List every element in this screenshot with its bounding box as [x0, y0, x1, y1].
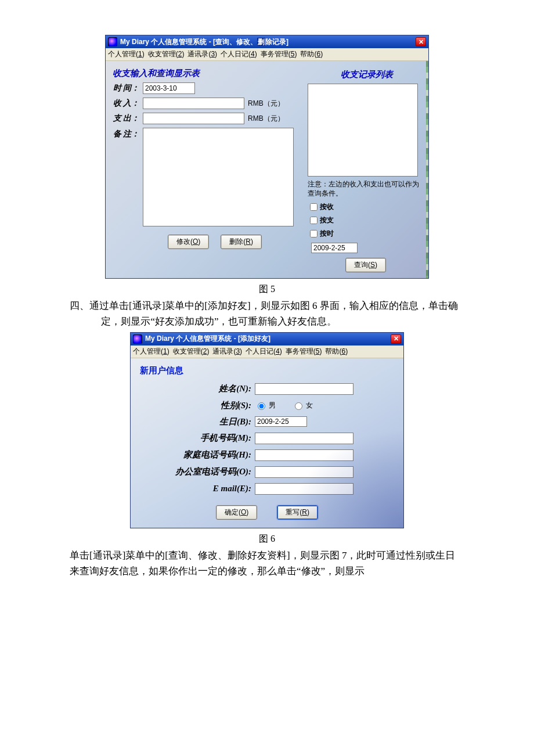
check-by-expense[interactable]: 按支 — [308, 215, 424, 226]
window-title: My Diary 个人信息管理系统 - [查询、修改、删除记录] — [120, 37, 416, 47]
label-home-phone: 家庭电话号码(H): — [139, 449, 255, 460]
section-title-right: 收支记录列表 — [310, 69, 424, 80]
mobile-input[interactable] — [255, 433, 353, 444]
radio-male[interactable]: 男 — [255, 401, 276, 411]
label-mobile: 手机号码(M): — [139, 433, 255, 444]
office-phone-input[interactable] — [255, 466, 353, 478]
menu-help[interactable]: 帮助(6) — [300, 49, 323, 59]
query-button[interactable]: 查询(S) — [345, 258, 386, 272]
label-name: 姓名(N): — [139, 383, 255, 394]
window-title: My Diary 个人信息管理系统 - [添加好友] — [145, 334, 391, 344]
app-icon — [133, 334, 142, 344]
check-by-time[interactable]: 按时 — [308, 228, 424, 239]
menu-finance[interactable]: 收支管理(2) — [173, 347, 210, 357]
label-income: 收 入： — [110, 98, 143, 109]
modify-button[interactable]: 修改(O) — [168, 235, 209, 249]
menubar: 个人管理(1) 收支管理(2) 通讯录(3) 个人日记(4) 事务管理(5) 帮… — [106, 48, 428, 61]
close-icon[interactable]: ✕ — [416, 37, 426, 46]
menu-tasks[interactable]: 事务管理(5) — [286, 347, 322, 357]
email-input[interactable] — [255, 483, 353, 495]
check-by-income[interactable]: 按收 — [308, 201, 424, 213]
income-input[interactable] — [143, 98, 244, 109]
expense-input[interactable] — [143, 113, 244, 124]
label-time: 时 间： — [110, 83, 143, 93]
paragraph-instruction-2: 单击[通讯录]菜单中的[查询、修改、删除好友资料]，则显示图 7，此时可通过性别… — [70, 548, 464, 579]
titlebar[interactable]: My Diary 个人信息管理系统 - [添加好友] ✕ — [131, 333, 403, 345]
figure-caption-5: 图 5 — [70, 283, 464, 296]
menu-contacts[interactable]: 通讯录(3) — [212, 347, 242, 357]
label-birthday: 生日(B): — [139, 416, 255, 427]
currency-expense: RMB（元） — [248, 114, 284, 124]
figure-caption-6: 图 6 — [70, 533, 464, 545]
records-listbox[interactable] — [308, 84, 418, 177]
query-note: 注意：左边的收入和支出也可以作为查询条件。 — [308, 180, 424, 198]
birthday-input[interactable] — [255, 416, 307, 427]
app-icon — [108, 37, 117, 46]
menu-personal[interactable]: 个人管理(1) — [108, 49, 145, 59]
menu-finance[interactable]: 收支管理(2) — [148, 49, 185, 59]
menu-help[interactable]: 帮助(6) — [325, 347, 348, 357]
menu-diary[interactable]: 个人日记(4) — [246, 347, 282, 357]
home-phone-input[interactable] — [255, 449, 353, 461]
currency-income: RMB（元） — [248, 99, 284, 109]
label-gender: 性别(S): — [139, 400, 255, 411]
radio-female[interactable]: 女 — [292, 401, 313, 411]
menu-diary[interactable]: 个人日记(4) — [221, 49, 257, 59]
delete-button[interactable]: 删除(R) — [221, 235, 262, 249]
menubar: 个人管理(1) 收支管理(2) 通讯录(3) 个人日记(4) 事务管理(5) 帮… — [131, 345, 403, 358]
label-office-phone: 办公室电话号码(O): — [139, 466, 255, 477]
titlebar[interactable]: My Diary 个人信息管理系统 - [查询、修改、删除记录] ✕ — [106, 35, 428, 48]
menu-contacts[interactable]: 通讯录(3) — [187, 49, 217, 59]
ok-button[interactable]: 确定(O) — [216, 505, 257, 520]
rewrite-button[interactable]: 重写(R) — [277, 505, 318, 520]
query-date-input[interactable] — [311, 243, 358, 253]
label-remark: 备 注： — [110, 128, 143, 139]
label-email: E mail(E): — [139, 484, 255, 494]
section-title-left: 收支输入和查询显示表 — [113, 68, 302, 79]
form-heading: 新用户信息 — [140, 365, 395, 376]
paragraph-instruction-1: 四、通过单击[通讯录]菜单中的[添加好友]，则显示如图 6 界面，输入相应的信息… — [70, 298, 464, 329]
window-add-friend: My Diary 个人信息管理系统 - [添加好友] ✕ 个人管理(1) 收支管… — [130, 332, 404, 528]
remark-textarea[interactable] — [143, 128, 294, 226]
window-finance-query: My Diary 个人信息管理系统 - [查询、修改、删除记录] ✕ 个人管理(… — [105, 35, 429, 279]
time-input[interactable] — [143, 82, 195, 94]
name-input[interactable] — [255, 383, 353, 395]
close-icon[interactable]: ✕ — [391, 334, 401, 344]
menu-personal[interactable]: 个人管理(1) — [133, 347, 169, 357]
menu-tasks[interactable]: 事务管理(5) — [261, 49, 297, 59]
label-expense: 支 出： — [110, 113, 143, 124]
